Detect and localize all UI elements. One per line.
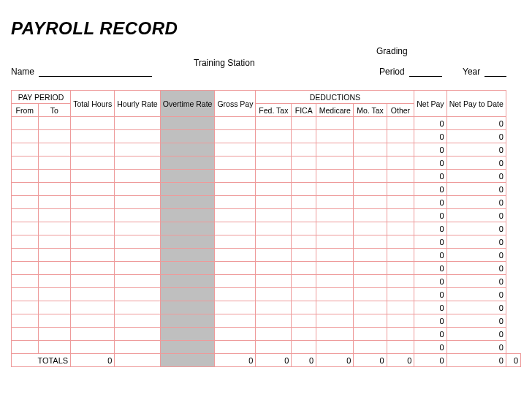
cell[interactable] xyxy=(115,222,160,235)
cell[interactable]: 0 xyxy=(414,117,446,130)
cell[interactable]: 0 xyxy=(414,328,446,341)
cell[interactable] xyxy=(292,222,316,235)
cell[interactable] xyxy=(256,262,292,275)
cell[interactable] xyxy=(38,222,71,235)
cell[interactable] xyxy=(256,222,292,235)
cell[interactable] xyxy=(292,328,316,341)
cell[interactable] xyxy=(38,196,71,209)
cell[interactable] xyxy=(160,249,215,262)
cell[interactable] xyxy=(292,249,316,262)
cell[interactable] xyxy=(316,117,354,130)
cell[interactable] xyxy=(387,143,414,157)
cell[interactable] xyxy=(292,235,316,249)
cell[interactable]: 0 xyxy=(446,235,506,249)
cell[interactable] xyxy=(387,262,414,275)
cell[interactable] xyxy=(387,222,414,235)
cell[interactable] xyxy=(160,235,215,249)
period-blank[interactable] xyxy=(409,67,442,77)
cell[interactable] xyxy=(387,209,414,222)
cell[interactable] xyxy=(115,157,160,170)
cell[interactable] xyxy=(316,314,354,328)
cell[interactable] xyxy=(292,209,316,222)
cell[interactable] xyxy=(256,157,292,170)
cell[interactable] xyxy=(387,288,414,301)
cell[interactable] xyxy=(215,143,256,157)
cell[interactable] xyxy=(387,328,414,341)
cell[interactable] xyxy=(292,341,316,354)
cell[interactable] xyxy=(256,314,292,328)
cell[interactable] xyxy=(256,196,292,209)
cell[interactable]: 0 xyxy=(446,275,506,288)
cell[interactable] xyxy=(354,341,387,354)
cell[interactable] xyxy=(316,235,354,249)
cell[interactable]: 0 xyxy=(446,328,506,341)
cell[interactable] xyxy=(215,196,256,209)
cell[interactable] xyxy=(160,288,215,301)
cell[interactable] xyxy=(71,222,115,235)
cell[interactable] xyxy=(256,143,292,157)
cell[interactable] xyxy=(115,275,160,288)
cell[interactable] xyxy=(160,222,215,235)
cell[interactable] xyxy=(115,117,160,130)
cell[interactable] xyxy=(160,196,215,209)
cell[interactable] xyxy=(12,301,39,314)
cell[interactable] xyxy=(115,328,160,341)
cell[interactable] xyxy=(316,130,354,143)
cell[interactable] xyxy=(160,262,215,275)
cell[interactable]: 0 xyxy=(414,196,446,209)
cell[interactable] xyxy=(316,157,354,170)
cell[interactable] xyxy=(387,275,414,288)
cell[interactable]: 0 xyxy=(446,196,506,209)
cell[interactable] xyxy=(292,275,316,288)
cell[interactable]: 0 xyxy=(446,117,506,130)
cell[interactable] xyxy=(256,183,292,196)
cell[interactable] xyxy=(71,130,115,143)
cell[interactable]: 0 xyxy=(414,183,446,196)
cell[interactable] xyxy=(71,143,115,157)
cell[interactable] xyxy=(215,314,256,328)
cell[interactable] xyxy=(38,143,71,157)
cell[interactable] xyxy=(316,170,354,183)
cell[interactable]: 0 xyxy=(414,130,446,143)
cell[interactable]: 0 xyxy=(414,222,446,235)
cell[interactable] xyxy=(215,170,256,183)
cell[interactable] xyxy=(354,314,387,328)
cell[interactable] xyxy=(38,314,71,328)
cell[interactable] xyxy=(354,117,387,130)
cell[interactable] xyxy=(387,301,414,314)
cell[interactable] xyxy=(256,341,292,354)
cell[interactable] xyxy=(256,288,292,301)
cell[interactable] xyxy=(12,249,39,262)
cell[interactable]: 0 xyxy=(414,314,446,328)
cell[interactable] xyxy=(71,117,115,130)
cell[interactable] xyxy=(12,183,39,196)
cell[interactable] xyxy=(215,222,256,235)
cell[interactable] xyxy=(215,183,256,196)
cell[interactable] xyxy=(71,209,115,222)
cell[interactable] xyxy=(38,288,71,301)
cell[interactable] xyxy=(12,235,39,249)
cell[interactable] xyxy=(256,328,292,341)
cell[interactable]: 0 xyxy=(414,157,446,170)
cell[interactable]: 0 xyxy=(414,301,446,314)
cell[interactable] xyxy=(38,249,71,262)
cell[interactable] xyxy=(292,117,316,130)
cell[interactable] xyxy=(292,183,316,196)
cell[interactable] xyxy=(354,328,387,341)
cell[interactable] xyxy=(354,157,387,170)
cell[interactable] xyxy=(71,235,115,249)
cell[interactable] xyxy=(71,196,115,209)
cell[interactable] xyxy=(256,209,292,222)
cell[interactable] xyxy=(38,183,71,196)
cell[interactable] xyxy=(354,183,387,196)
cell[interactable] xyxy=(215,117,256,130)
cell[interactable] xyxy=(316,209,354,222)
cell[interactable]: 0 xyxy=(446,157,506,170)
cell[interactable] xyxy=(292,288,316,301)
cell[interactable] xyxy=(292,314,316,328)
cell[interactable] xyxy=(160,170,215,183)
cell[interactable] xyxy=(38,209,71,222)
cell[interactable] xyxy=(354,222,387,235)
cell[interactable] xyxy=(160,209,215,222)
cell[interactable] xyxy=(160,143,215,157)
